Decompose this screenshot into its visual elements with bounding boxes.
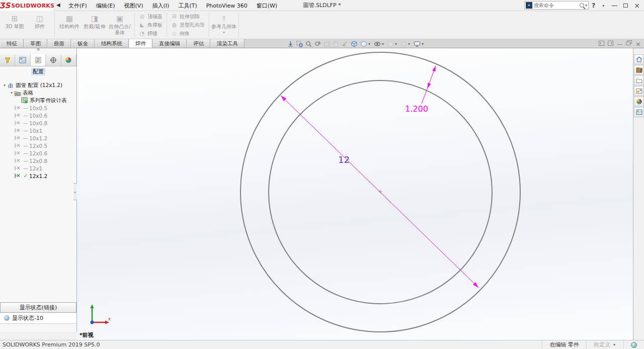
display-state-item[interactable]: 显示状态-10 (0, 313, 76, 324)
search-box[interactable]: » ▾ (524, 1, 589, 10)
tab-features[interactable]: 特征 (0, 39, 24, 48)
hide-show-items-icon[interactable]: ▾ (373, 40, 385, 48)
ribbon-hole-wizard-button[interactable]: ◍ 异型孔向导 (169, 21, 207, 29)
ribbon-end-cap-button[interactable]: ◎ 顶端盖 (137, 13, 165, 21)
globe-icon[interactable] (631, 342, 637, 348)
tree-root-label[interactable]: 圆管 配置 (12x1.2) (16, 82, 62, 89)
menu-file[interactable]: 文件(F) (64, 1, 91, 11)
view-settings-icon[interactable]: ▾ (413, 40, 425, 48)
ribbon-3d-sketch-button[interactable]: ⊞ 3D 草图 (2, 12, 27, 38)
config-label[interactable]: 12x0.5 (29, 143, 47, 149)
pane-toggle-left-icon[interactable] (599, 41, 604, 47)
config-label[interactable]: 10x0.8 (29, 120, 47, 126)
config-row[interactable]: — 10x0.6 (2, 112, 76, 119)
config-row[interactable]: — 12x0.6 (2, 149, 76, 157)
tree-design-table-label[interactable]: 系列零件设计表 (30, 97, 67, 104)
sketch-entities-icon[interactable] (341, 40, 349, 48)
tab-sketch[interactable]: 草图 (24, 39, 47, 48)
tab-render-tools[interactable]: 渲染工具 (210, 39, 245, 48)
ribbon-chamfer-button[interactable]: ◇ 倒角 (169, 30, 207, 38)
zoom-in-out-icon[interactable] (305, 40, 312, 48)
ribbon-reference-geometry-button[interactable]: ⫯ 参考几何体 ▾ (211, 12, 236, 38)
zoom-to-fit-icon[interactable] (287, 40, 294, 48)
config-row[interactable]: — 10x1 (2, 127, 76, 134)
section-view-icon[interactable] (323, 40, 331, 48)
appearances-icon[interactable] (634, 97, 644, 107)
tab-propertymanager[interactable] (15, 54, 30, 66)
config-row[interactable]: — 12x0.5 (2, 142, 76, 149)
ribbon-trim-extend-button[interactable]: ◨ 剪裁/延伸 (82, 12, 107, 38)
menu-tools[interactable]: 工具(T) (174, 1, 201, 11)
search-input[interactable] (534, 3, 580, 8)
menu-pin-icon[interactable]: ◀ (56, 2, 60, 8)
tab-direct-editing[interactable]: 直接编辑 (152, 39, 187, 48)
tab-displaymanager[interactable] (61, 54, 76, 66)
config-label[interactable]: 10x0.6 (29, 113, 47, 119)
tab-featuremanager[interactable] (0, 54, 15, 66)
doc-close-icon[interactable]: × (635, 40, 641, 48)
config-row[interactable]: — 10x0.5 (2, 104, 76, 112)
help-button[interactable]: ? (590, 2, 597, 9)
config-label[interactable]: 12x0.8 (29, 158, 47, 164)
zoom-to-area-icon[interactable] (296, 40, 303, 48)
menu-window[interactable]: 窗口(W) (253, 1, 281, 11)
config-label[interactable]: 12x1 (29, 165, 42, 171)
menu-view[interactable]: 视图(V) (120, 1, 147, 11)
home-icon[interactable] (634, 54, 644, 64)
tab-evaluate[interactable]: 评估 (187, 39, 210, 48)
config-label[interactable]: 10x1.2 (29, 135, 47, 141)
expand-arrow-icon[interactable]: ▾ (2, 83, 7, 88)
ribbon-extruded-boss-button[interactable]: ▣ 拉伸凸台/基体 (107, 12, 132, 38)
rotate-view-icon[interactable] (314, 40, 321, 48)
menu-insert[interactable]: 插入(I) (148, 1, 174, 11)
config-row[interactable]: — 12x0.8 (2, 157, 76, 164)
menu-photoview[interactable]: PhotoView 360 (202, 1, 252, 11)
login-user-icon[interactable] (580, 3, 586, 9)
tab-configurationmanager[interactable] (31, 54, 46, 66)
dynamic-annotation-icon[interactable] (332, 40, 340, 48)
custom-dropdown[interactable]: 自定义▾ (586, 340, 623, 349)
expand-arrow-icon[interactable]: ▾ (9, 91, 14, 95)
file-explorer-icon[interactable] (634, 75, 644, 85)
tree-root-row[interactable]: ▾ 圆管 配置 (12x1.2) (2, 81, 76, 89)
apply-scene-icon[interactable]: ▾ (400, 40, 412, 48)
tab-structure-system[interactable]: 结构系统 (95, 39, 129, 48)
status-tag-cell[interactable] (623, 340, 644, 349)
menu-edit[interactable]: 编辑(E) (92, 1, 119, 11)
tree-tables-folder-row[interactable]: ▾ 表格 (2, 89, 76, 97)
ribbon-gusset-button[interactable]: ◣ 角撑板 (137, 21, 165, 29)
doc-restore-icon[interactable] (626, 40, 632, 47)
ribbon-structural-member-button[interactable]: ▦ 结构构件 (57, 12, 82, 38)
config-row[interactable]: — 12x1 (2, 164, 76, 172)
ribbon-weld-bead-button[interactable]: ◔ 焊缝 (137, 30, 165, 38)
panel-grip[interactable]: ● (0, 48, 76, 51)
display-style-icon[interactable]: ▾ (360, 40, 372, 48)
close-button[interactable]: × (632, 2, 642, 10)
config-label[interactable]: 10x0.5 (29, 105, 47, 111)
tab-surfaces[interactable]: 曲面 (47, 39, 71, 48)
pane-toggle-right-icon[interactable] (608, 41, 613, 47)
design-library-icon[interactable] (634, 65, 644, 75)
config-row[interactable]: — 10x0.8 (2, 119, 76, 127)
config-label[interactable]: 12x0.6 (29, 150, 47, 156)
view-palette-icon[interactable] (634, 86, 644, 96)
tree-folder-label[interactable]: 表格 (23, 90, 33, 97)
minimize-button[interactable]: — (609, 2, 619, 9)
tree-design-table-row[interactable]: 系列零件设计表 (2, 97, 76, 104)
config-row[interactable]: — 10x1.2 (2, 134, 76, 142)
view-orientation-icon[interactable] (350, 40, 358, 48)
config-label[interactable]: 12x1.2 (29, 173, 47, 179)
display-states-header[interactable]: 显示状态(链接) (0, 302, 76, 313)
custom-properties-icon[interactable] (634, 107, 644, 117)
tab-dimxpertmanager[interactable] (46, 54, 61, 66)
tab-sheet-metal[interactable]: 钣金 (71, 39, 95, 48)
ribbon-extruded-cut-button[interactable]: ⊟ 拉伸切除 (169, 13, 207, 21)
edit-appearance-icon[interactable]: ▾ (387, 40, 398, 48)
doc-minimize-icon[interactable]: — (617, 41, 622, 47)
restore-button[interactable] (623, 4, 628, 8)
config-row-active[interactable]: ✓ 12x1.2 (2, 172, 76, 180)
config-label[interactable]: 10x1 (29, 128, 42, 134)
help-dropdown-icon[interactable]: ▾ (602, 4, 604, 8)
tab-weldments[interactable]: 焊件 (129, 39, 152, 48)
ribbon-weldment-button[interactable]: ◫ 焊件 (27, 12, 52, 38)
